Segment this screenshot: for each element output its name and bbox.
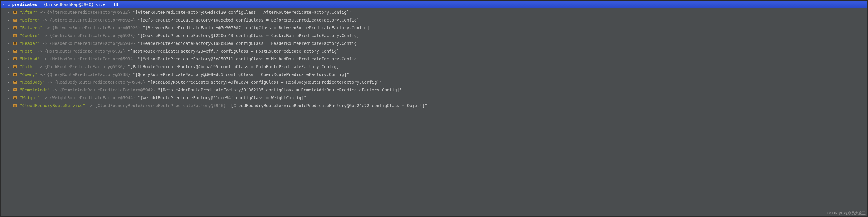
chevron-right-icon[interactable]: ▸	[8, 89, 11, 92]
svg-rect-10	[14, 28, 17, 28]
svg-rect-42	[14, 90, 17, 91]
arrow-separator: ->	[37, 49, 42, 54]
chevron-right-icon[interactable]: ▸	[8, 19, 11, 22]
equals-sign: =	[39, 2, 41, 7]
map-entry-icon	[13, 88, 17, 92]
svg-rect-45	[14, 97, 17, 97]
entry-key: "RemoteAddr"	[20, 88, 50, 92]
svg-rect-51	[14, 106, 17, 107]
entry-key: "Host"	[20, 49, 35, 54]
map-entry-row[interactable]: ▸"Cookie"->{CookieRoutePredicateFactory@…	[1, 32, 867, 39]
svg-rect-30	[14, 67, 17, 67]
chevron-right-icon[interactable]: ▸	[8, 34, 11, 37]
entry-value-string: "[BeforeRoutePredicateFactory@16a5eb6d c…	[138, 18, 362, 23]
chevron-right-icon[interactable]: ▸	[8, 42, 11, 45]
arrow-separator: ->	[47, 80, 52, 85]
chevron-right-icon[interactable]: ▸	[8, 50, 11, 53]
svg-rect-26	[14, 59, 17, 60]
entry-value-string: "[AfterRoutePredicateFactory@5edacf20 co…	[133, 10, 351, 14]
arrow-separator: ->	[40, 10, 45, 14]
map-entry-row[interactable]: ▸"Host"->{HostRoutePredicateFactory@5932…	[1, 47, 867, 55]
object-reference: {LinkedHashMap@5900}	[43, 2, 94, 7]
entry-value-string: "[QueryRoutePredicateFactory@d08edc5 con…	[133, 72, 349, 77]
map-entry-row[interactable]: ▸"Path"->{PathRoutePredicateFactory@5936…	[1, 63, 867, 70]
map-entry-row[interactable]: ▸"ReadBody"->{ReadBodyRoutePredicateFact…	[1, 78, 867, 86]
svg-rect-18	[14, 43, 17, 44]
svg-rect-39	[14, 83, 17, 83]
svg-rect-1	[14, 11, 17, 12]
map-entry-row[interactable]: ▸"After"->{AfterRoutePredicateFactory@59…	[1, 8, 867, 16]
chevron-right-icon[interactable]: ▸	[8, 57, 11, 61]
entry-value-ref: {ReadBodyRoutePredicateFactory@5940}	[55, 80, 145, 85]
arrow-separator: ->	[42, 95, 47, 100]
entry-value-string: "[RemoteAddrRoutePredicateFactory@3f3621…	[158, 88, 402, 92]
entry-value-string: "[HeaderRoutePredicateFactory@1a8b81e8 c…	[138, 41, 362, 46]
map-entry-row[interactable]: ▸"Query"->{QueryRoutePredicateFactory@59…	[1, 70, 867, 78]
map-entry-icon	[13, 49, 17, 53]
svg-rect-34	[14, 74, 17, 75]
chevron-right-icon[interactable]: ▸	[8, 65, 11, 68]
chevron-right-icon[interactable]: ▸	[8, 73, 11, 76]
entry-key: "Header"	[20, 41, 40, 46]
chevron-right-icon[interactable]: ▸	[8, 81, 11, 84]
svg-rect-22	[14, 51, 17, 52]
svg-rect-35	[14, 75, 17, 75]
chevron-right-icon[interactable]: ▸	[8, 96, 11, 99]
entry-value-string: "[ReadBodyRoutePredicateFactory@49fa1d74…	[148, 80, 382, 85]
map-entry-row[interactable]: ▸"Header"->{HeaderRoutePredicateFactory@…	[1, 39, 867, 47]
entry-key: "ReadBody"	[20, 80, 45, 85]
map-entry-icon	[13, 72, 17, 76]
svg-rect-49	[14, 104, 17, 105]
map-entry-row[interactable]: ▸"RemoteAddr"->{RemoteAddrRoutePredicate…	[1, 86, 867, 94]
entry-value-ref: {CookieRoutePredicateFactory@5928}	[50, 33, 135, 38]
entry-value-string: "[CookieRoutePredicateFactory@1220ef43 c…	[138, 33, 362, 38]
entry-key: "Before"	[20, 18, 40, 23]
svg-rect-37	[14, 81, 17, 82]
arrow-separator: ->	[45, 25, 50, 30]
entry-value-ref: {RemoteAddrRoutePredicateFactory@5942}	[60, 88, 155, 92]
arrow-separator: ->	[42, 18, 47, 23]
map-entry-icon	[13, 10, 17, 14]
entry-value-ref: {BeforeRoutePredicateFactory@5924}	[50, 18, 135, 23]
map-entry-row[interactable]: ▸"Before"->{BeforeRoutePredicateFactory@…	[1, 16, 867, 24]
chevron-down-icon[interactable]: ▾	[3, 3, 6, 6]
svg-rect-5	[14, 19, 17, 20]
svg-rect-25	[14, 58, 17, 59]
arrow-separator: ->	[42, 57, 47, 61]
map-entry-row[interactable]: ▸"Method"->{MethodRoutePredicateFactory@…	[1, 55, 867, 63]
chevron-right-icon[interactable]: ▸	[8, 104, 11, 107]
entry-value-string: "[MethodRoutePredicateFactory@5e8507f1 c…	[138, 57, 362, 61]
svg-rect-19	[14, 44, 17, 44]
arrow-separator: ->	[40, 72, 45, 77]
svg-rect-47	[14, 98, 17, 99]
svg-rect-3	[14, 13, 17, 13]
collection-size: size = 13	[96, 2, 118, 7]
entry-value-ref: {BetweenRoutePredicateFactory@5926}	[52, 25, 141, 30]
svg-rect-11	[14, 28, 17, 29]
entry-value-ref: {HeaderRoutePredicateFactory@5930}	[50, 41, 135, 46]
svg-rect-29	[14, 66, 17, 66]
variable-header-row[interactable]: ▾ ∞ predicates = {LinkedHashMap@5900} si…	[1, 1, 867, 8]
map-entry-icon	[13, 103, 17, 107]
map-entry-row[interactable]: ▸"Weight"->{WeightRoutePredicateFactory@…	[1, 94, 867, 102]
map-entry-icon	[13, 57, 17, 61]
map-entry-row[interactable]: ▸"CloudFoundryRouteService"->{CloudFound…	[1, 102, 867, 110]
entry-key: "Between"	[20, 25, 42, 30]
chevron-right-icon[interactable]: ▸	[8, 11, 11, 14]
map-entry-row[interactable]: ▸"Between"->{BetweenRoutePredicateFactor…	[1, 24, 867, 32]
arrow-separator: ->	[88, 103, 93, 108]
svg-rect-2	[14, 12, 17, 13]
chevron-right-icon[interactable]: ▸	[8, 26, 11, 30]
svg-rect-15	[14, 36, 17, 37]
svg-rect-23	[14, 52, 17, 52]
entry-value-ref: {WeightRoutePredicateFactory@5944}	[50, 95, 135, 100]
map-entry-icon	[13, 18, 17, 22]
svg-rect-41	[14, 89, 17, 90]
entry-value-ref: {AfterRoutePredicateFactory@5922}	[47, 10, 130, 14]
svg-rect-50	[14, 105, 17, 106]
map-entry-icon	[13, 65, 17, 69]
entry-value-string: "[BetweenRoutePredicateFactory@7e307087 …	[143, 25, 372, 30]
infinity-icon: ∞	[8, 2, 10, 7]
map-entry-icon	[13, 33, 17, 38]
arrow-separator: ->	[37, 64, 42, 69]
